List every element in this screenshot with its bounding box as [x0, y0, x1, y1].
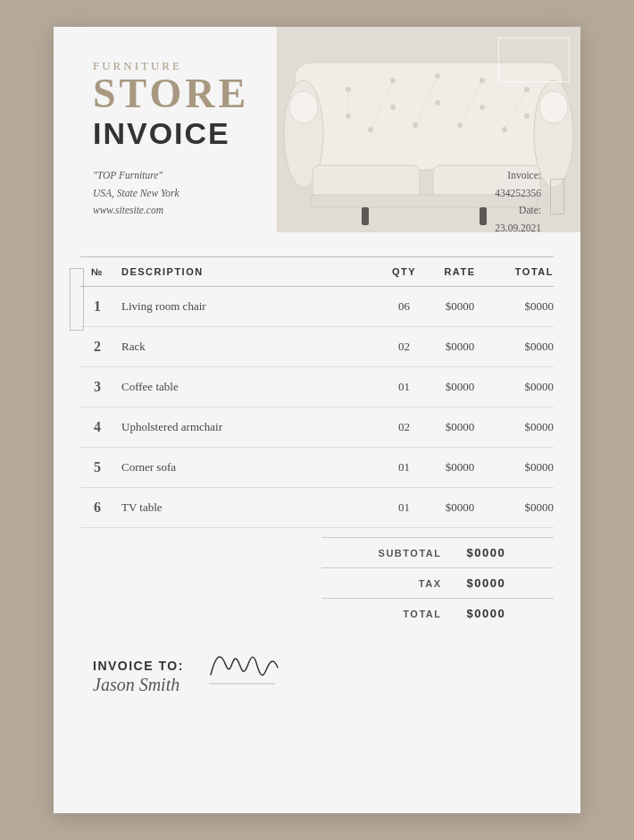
cell-total: $0000	[491, 488, 554, 528]
cell-no: 4	[80, 407, 114, 448]
tax-value: $0000	[448, 568, 554, 599]
company-info-right: Invoice: 434252356 Date: 23.09.2021	[495, 167, 541, 237]
col-header-no: №	[80, 257, 114, 287]
table-row: 1 Living room chair 06 $0000 $0000	[80, 287, 554, 327]
cell-rate: $0000	[429, 327, 491, 367]
col-header-desc: DESCRIPTION	[114, 257, 380, 287]
tax-row: TAX $0000	[321, 568, 554, 599]
cell-qty: 02	[380, 407, 429, 448]
subtotal-row: SUBTOTAL $0000	[321, 538, 554, 568]
cell-qty: 06	[380, 287, 429, 327]
header-text: FURNITURE STORE INVOICE	[54, 27, 580, 151]
company-website: www.sitesite.com	[93, 202, 179, 220]
store-label: STORE	[93, 73, 580, 114]
signature-svg	[202, 648, 282, 688]
cell-rate: $0000	[429, 407, 491, 448]
table-row: 4 Upholstered armchair 02 $0000 $0000	[80, 407, 554, 448]
totals-section: SUBTOTAL $0000 TAX $0000 TOTAL $0000	[54, 528, 580, 628]
company-info-row: "TOP Furniture" USA, State New York www.…	[54, 151, 580, 237]
cell-rate: $0000	[429, 448, 491, 488]
cell-no: 1	[80, 287, 114, 327]
cell-no: 6	[80, 488, 114, 528]
cell-total: $0000	[491, 327, 554, 367]
cell-desc: Living room chair	[114, 287, 380, 327]
table-row: 6 TV table 01 $0000 $0000	[80, 488, 554, 528]
date-label: Date:	[495, 202, 541, 220]
company-info-left: "TOP Furniture" USA, State New York www.…	[93, 167, 179, 220]
table-row: 2 Rack 02 $0000 $0000	[80, 327, 554, 367]
col-header-qty: QTY	[380, 257, 429, 287]
subtotal-value: $0000	[448, 538, 554, 568]
totals-table: SUBTOTAL $0000 TAX $0000 TOTAL $0000	[321, 537, 554, 628]
total-value: $0000	[448, 599, 554, 629]
invoice-to-section: INVOICE TO: Jason Smith	[54, 628, 580, 722]
table-row: 3 Coffee table 01 $0000 $0000	[80, 367, 554, 407]
signature-area	[202, 648, 282, 692]
invoice-table-section: № DESCRIPTION QTY RATE TOTAL 1 Living ro…	[54, 237, 580, 528]
table-row: 5 Corner sofa 01 $0000 $0000	[80, 448, 554, 488]
cell-total: $0000	[491, 407, 554, 448]
cell-qty: 02	[380, 327, 429, 367]
company-name: "TOP Furniture"	[93, 167, 179, 185]
cell-desc: Corner sofa	[114, 448, 380, 488]
col-header-total: TOTAL	[491, 257, 554, 287]
cell-rate: $0000	[429, 287, 491, 327]
table-header-row: № DESCRIPTION QTY RATE TOTAL	[80, 257, 554, 287]
subtotal-label: SUBTOTAL	[321, 538, 448, 568]
cell-desc: TV table	[114, 488, 380, 528]
company-address: USA, State New York	[93, 185, 179, 203]
cell-qty: 01	[380, 488, 429, 528]
cell-qty: 01	[380, 367, 429, 407]
cell-desc: Rack	[114, 327, 380, 367]
total-row: TOTAL $0000	[321, 599, 554, 629]
cell-qty: 01	[380, 448, 429, 488]
cell-rate: $0000	[429, 488, 491, 528]
cell-no: 5	[80, 448, 114, 488]
invoice-to-label: INVOICE TO:	[93, 659, 184, 673]
cell-no: 2	[80, 327, 114, 367]
date-value: 23.09.2021	[495, 220, 541, 238]
invoice-card: FURNITURE STORE INVOICE "TOP Furniture" …	[54, 27, 580, 813]
invoice-number-value: 434252356	[495, 185, 541, 203]
invoice-to-left: INVOICE TO: Jason Smith	[93, 659, 184, 695]
invoice-table: № DESCRIPTION QTY RATE TOTAL 1 Living ro…	[80, 256, 554, 528]
tax-label: TAX	[321, 568, 448, 599]
cell-no: 3	[80, 367, 114, 407]
cell-desc: Upholstered armchair	[114, 407, 380, 448]
invoice-number-label: Invoice:	[495, 167, 541, 185]
invoice-main-label: INVOICE	[93, 116, 580, 151]
cell-rate: $0000	[429, 367, 491, 407]
total-label: TOTAL	[321, 599, 448, 629]
cell-desc: Coffee table	[114, 367, 380, 407]
cell-total: $0000	[491, 448, 554, 488]
col-header-rate: RATE	[429, 257, 491, 287]
cell-total: $0000	[491, 367, 554, 407]
invoice-to-name: Jason Smith	[93, 675, 184, 695]
cell-total: $0000	[491, 287, 554, 327]
